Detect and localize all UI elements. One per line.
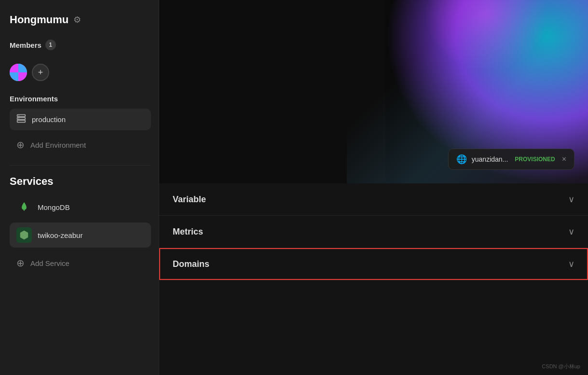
avatar-cell xyxy=(18,64,27,72)
svg-point-3 xyxy=(18,115,19,116)
sidebar-item-production[interactable]: production xyxy=(10,109,151,130)
domains-accordion-header[interactable]: Domains ∨ xyxy=(159,248,588,280)
svg-rect-2 xyxy=(17,120,26,122)
variable-section: Variable ∨ xyxy=(159,183,588,216)
sidebar-item-twikoo[interactable]: twikoo-zeabur xyxy=(10,222,151,248)
avatar-cell xyxy=(10,72,18,81)
variable-chevron-icon: ∨ xyxy=(568,194,574,205)
settings-icon[interactable]: ⚙ xyxy=(73,14,81,25)
metrics-chevron-icon: ∨ xyxy=(568,226,574,237)
server-icon xyxy=(16,113,26,125)
members-section: Members 1 xyxy=(10,40,151,50)
metrics-section: Metrics ∨ xyxy=(159,216,588,248)
main-content: 🌐 yuanzidan... PROVISIONED × Variable ∨ … xyxy=(159,0,588,375)
domain-close-icon[interactable]: × xyxy=(562,155,566,164)
hero-area: 🌐 yuanzidan... PROVISIONED × xyxy=(159,0,588,183)
globe-icon: 🌐 xyxy=(456,154,467,165)
variable-accordion-header[interactable]: Variable ∨ xyxy=(159,183,588,215)
project-header: Hongmumu ⚙ xyxy=(10,14,151,26)
mongodb-label: MongoDB xyxy=(38,203,70,211)
members-count-badge: 1 xyxy=(45,40,56,50)
add-member-button[interactable]: + xyxy=(32,64,49,81)
sidebar: Hongmumu ⚙ Members 1 + Environments xyxy=(0,0,159,375)
domains-chevron-icon: ∨ xyxy=(568,259,574,269)
variable-title: Variable xyxy=(173,194,206,205)
domain-badge: 🌐 yuanzidan... PROVISIONED × xyxy=(448,149,574,170)
sidebar-divider xyxy=(10,165,151,166)
add-service-button[interactable]: ⊕ Add Service xyxy=(10,252,151,274)
services-heading: Services xyxy=(10,175,151,188)
watermark: CSDN @小林up xyxy=(542,363,580,370)
environments-label: Environments xyxy=(10,95,151,103)
project-title: Hongmumu xyxy=(10,14,68,26)
domains-section: Domains ∨ xyxy=(159,248,588,280)
metrics-title: Metrics xyxy=(173,227,203,237)
svg-point-4 xyxy=(18,118,19,119)
add-service-label: Add Service xyxy=(30,259,69,267)
metrics-accordion-header[interactable]: Metrics ∨ xyxy=(159,216,588,248)
domain-text: yuanzidan... xyxy=(472,155,508,163)
provisioned-status: PROVISIONED xyxy=(515,156,555,163)
members-label: Members xyxy=(10,41,41,49)
nodejs-icon xyxy=(16,227,32,243)
add-service-icon: ⊕ xyxy=(16,257,25,269)
add-environment-label: Add Environment xyxy=(30,141,86,149)
avatar[interactable] xyxy=(10,64,27,81)
sidebar-item-mongodb[interactable]: MongoDB xyxy=(10,194,151,220)
add-environment-button[interactable]: ⊕ Add Environment xyxy=(10,134,151,155)
add-circle-icon: ⊕ xyxy=(16,139,25,151)
env-production-label: production xyxy=(32,115,66,124)
domains-title: Domains xyxy=(173,259,209,269)
twikoo-label: twikoo-zeabur xyxy=(38,231,82,239)
avatar-cell xyxy=(18,72,27,81)
mongodb-icon xyxy=(16,199,32,215)
avatar-cell xyxy=(10,64,18,72)
